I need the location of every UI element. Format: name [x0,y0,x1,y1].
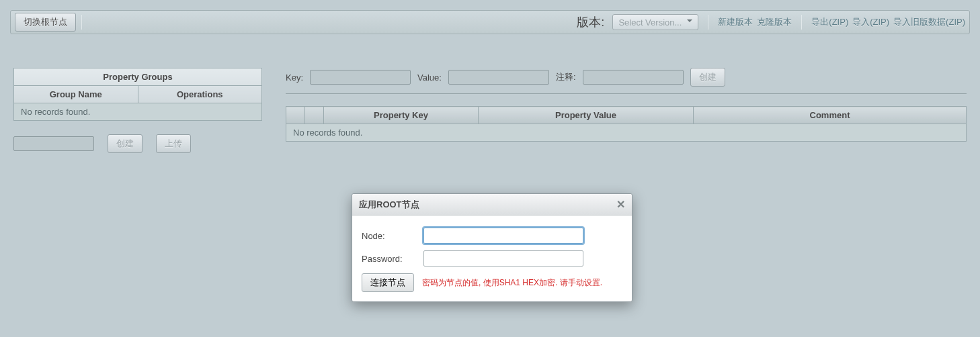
dialog-title-bar[interactable]: 应用ROOT节点 ✕ [352,194,632,215]
left-panel: Property Groups Group Name Operations No… [13,68,262,153]
groups-no-records: No records found. [14,103,262,121]
create-group-button[interactable]: 创建 [108,134,142,153]
value-label: Value: [417,73,442,83]
properties-no-records: No records found. [286,124,967,142]
col-group-name: Group Name [14,86,138,103]
col-property-value: Property Value [479,107,694,124]
property-form-row: Key: Value: 注释: 创建 [286,68,967,87]
main-content: Property Groups Group Name Operations No… [13,68,967,153]
top-toolbar: 切换根节点 版本: Select Version... 新建版本 克隆版本 导出… [10,10,970,34]
root-node-dialog: 应用ROOT节点 ✕ Node: Password: 连接节点 密码为节点的值,… [352,193,632,302]
connect-node-button[interactable]: 连接节点 [362,273,414,292]
create-property-button[interactable]: 创建 [690,68,725,87]
upload-button[interactable]: 上传 [156,134,191,153]
password-label: Password: [362,254,423,264]
close-icon[interactable]: ✕ [616,198,625,211]
col-operations: Operations [138,86,262,103]
comment-input[interactable] [583,70,684,85]
dialog-title: 应用ROOT节点 [359,199,419,211]
import-legacy-link[interactable]: 导入旧版数据(ZIP) [893,16,965,28]
properties-table: Property Key Property Value Comment No r… [286,106,967,142]
comment-label: 注释: [556,71,576,83]
col-blank-1 [286,107,305,124]
version-select[interactable]: Select Version... [612,14,698,30]
key-label: Key: [286,73,303,83]
value-input[interactable] [448,70,549,85]
col-comment: Comment [694,107,967,124]
version-select-placeholder: Select Version... [618,17,682,28]
new-version-link[interactable]: 新建版本 [718,16,753,28]
separator [708,15,708,30]
divider [286,93,967,94]
col-property-key: Property Key [324,107,479,124]
import-zip-link[interactable]: 导入(ZIP) [852,16,889,28]
property-groups-table: Property Groups Group Name Operations No… [13,68,262,121]
password-hint: 密码为节点的值, 使用SHA1 HEX加密. 请手动设置. [422,277,602,289]
password-input[interactable] [423,250,583,267]
node-input[interactable] [423,228,583,244]
new-group-input[interactable] [13,136,94,151]
clone-version-link[interactable]: 克隆版本 [757,16,792,28]
separator [81,15,82,30]
switch-root-button[interactable]: 切换根节点 [15,13,76,32]
property-groups-title: Property Groups [14,68,262,86]
node-label: Node: [362,231,423,241]
key-input[interactable] [310,70,411,85]
col-blank-2 [305,107,324,124]
separator [801,15,802,30]
export-zip-link[interactable]: 导出(ZIP) [811,16,848,28]
version-label: 版本: [577,14,604,30]
right-panel: Key: Value: 注释: 创建 Property Key Property… [286,68,967,153]
